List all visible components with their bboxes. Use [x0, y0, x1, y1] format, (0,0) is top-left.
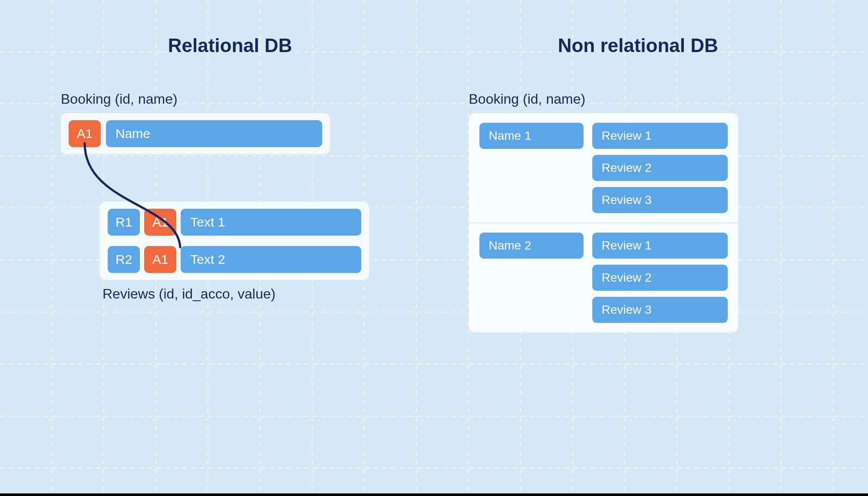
review-id-cell: R1 [108, 209, 140, 236]
review-id-cell: R2 [108, 246, 140, 273]
doc-review-cell: Review 1 [592, 233, 728, 259]
nonrelational-column: Non relational DB Booking (id, name) Nam… [469, 35, 808, 470]
document-collection: Name 1 Review 1 Review 2 Review 3 Name 2… [469, 113, 738, 332]
bottom-border [0, 493, 868, 496]
relational-canvas: Booking (id, name) A1 Name R1 A1 Text 1 … [61, 91, 399, 302]
booking-id-cell: A1 [69, 120, 101, 147]
reviews-table: R1 A1 Text 1 R2 A1 Text 2 Reviews (id, i… [100, 202, 399, 302]
relational-column: Relational DB Booking (id, name) A1 Name… [61, 35, 399, 470]
doc-name-cell: Name 2 [479, 233, 584, 259]
doc-review-cell: Review 3 [592, 187, 728, 213]
reviews-block: R1 A1 Text 1 R2 A1 Text 2 [100, 202, 369, 280]
document-row: Name 1 Review 1 Review 2 Review 3 [469, 113, 738, 223]
doc-review-cell: Review 3 [592, 297, 728, 323]
doc-review-cell: Review 1 [592, 123, 728, 149]
doc-name-cell: Name 1 [479, 123, 584, 149]
diagram-stage: Relational DB Booking (id, name) A1 Name… [0, 0, 868, 496]
relational-title: Relational DB [61, 35, 399, 56]
review-fk-cell: A1 [144, 246, 176, 273]
review-text-cell: Text 2 [181, 246, 361, 273]
booking-row: A1 Name [61, 113, 330, 154]
nonrel-booking-label: Booking (id, name) [469, 91, 808, 107]
nonrelational-title: Non relational DB [469, 35, 808, 56]
doc-review-cell: Review 2 [592, 155, 728, 181]
reviews-table-label: Reviews (id, id_acco, value) [100, 286, 399, 302]
doc-review-cell: Review 2 [592, 265, 728, 291]
review-fk-cell: A1 [144, 209, 176, 236]
booking-name-cell: Name [106, 120, 322, 147]
document-row: Name 2 Review 1 Review 2 Review 3 [469, 223, 738, 332]
review-text-cell: Text 1 [181, 209, 361, 236]
booking-table-label: Booking (id, name) [61, 91, 399, 107]
review-row: R2 A1 Text 2 [108, 246, 361, 273]
review-row: R1 A1 Text 1 [108, 209, 361, 236]
